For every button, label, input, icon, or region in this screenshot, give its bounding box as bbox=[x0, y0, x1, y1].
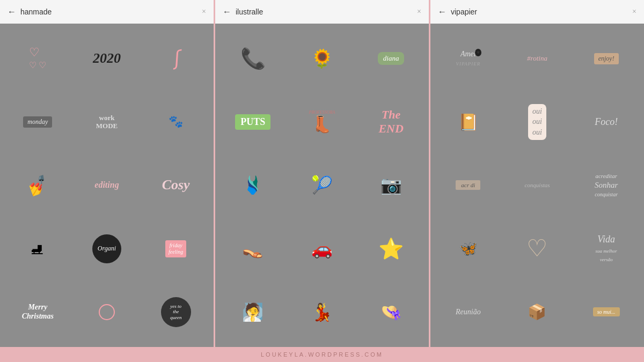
sticker-nails: 💅 bbox=[4, 154, 71, 216]
panel-content-2: 📞 🌻 diana PUTS PROFESSORA 👢 bbox=[215, 24, 429, 347]
sticker-monday: monday bbox=[4, 91, 71, 152]
sticker-woman-flowers: 💃 bbox=[289, 282, 356, 343]
sticker-swirl: ʃ bbox=[142, 28, 209, 89]
search-input-1[interactable] bbox=[20, 8, 197, 16]
sticker-phone: 📞 bbox=[219, 28, 287, 89]
close-btn-2[interactable]: × bbox=[417, 8, 421, 16]
sticker-cosy: Cosy bbox=[142, 154, 209, 216]
panel-content-1: ♡♡ ♡ 2020 ʃ monday workMODE 🐾 bbox=[0, 24, 214, 347]
sticker-puts: PUTS bbox=[219, 91, 287, 152]
panel-content-3: Amei VIPAPIER ♥ #rotina enjoy! 📔 ouiouio… bbox=[430, 24, 644, 347]
back-arrow-2[interactable]: ← bbox=[223, 7, 231, 17]
sticker-oui: ouiouioui bbox=[504, 91, 571, 152]
sticker-diana: diana bbox=[357, 28, 425, 89]
back-arrow-1[interactable]: ← bbox=[8, 7, 16, 17]
panel-ilustralle: ← × 📞 🌻 diana PUTS bbox=[215, 0, 430, 347]
sticker-butterfly1: 🦋 bbox=[435, 218, 502, 279]
sticker-flower-vase: 🌻 bbox=[289, 28, 356, 89]
close-btn-1[interactable]: × bbox=[202, 8, 206, 16]
search-input-3[interactable] bbox=[451, 8, 628, 16]
panel-header-2: ← × bbox=[215, 0, 429, 24]
sticker-face-mask: 🧖 bbox=[219, 282, 287, 343]
sticker-hearts: ♡♡ ♡ bbox=[4, 28, 71, 89]
sticker-hat: 👒 bbox=[357, 282, 425, 343]
panel-hanmade: ← × ♡♡ ♡ 2020 ʃ monday bbox=[0, 0, 215, 347]
sticker-circle bbox=[74, 282, 141, 343]
sticker-so-muito: so mui... bbox=[573, 282, 640, 343]
sticker-organi: Organi bbox=[74, 218, 141, 279]
sticker-acr-di: acr di bbox=[435, 154, 502, 216]
panels-row: ← × ♡♡ ♡ 2020 ʃ monday bbox=[0, 0, 644, 347]
sticker-acreditar: acreditarSonharconquistar bbox=[573, 154, 640, 216]
back-arrow-3[interactable]: ← bbox=[438, 7, 447, 17]
sticker-skates: ⛸ bbox=[4, 218, 71, 279]
app-container: ← × ♡♡ ♡ 2020 ʃ monday bbox=[0, 0, 644, 362]
sticker-foco: Foco! bbox=[573, 91, 640, 152]
sticker-rotina: #rotina bbox=[504, 28, 571, 89]
sticker-yes: yes tothequeen bbox=[142, 282, 209, 343]
sticker-the-end: TheEND bbox=[357, 91, 425, 152]
sticker-swimsuit: 🩱 bbox=[219, 154, 287, 216]
sticker-car: 🚗 bbox=[289, 218, 356, 279]
panel-header-3: ← × bbox=[430, 0, 644, 24]
sticker-paws: 🐾 bbox=[142, 91, 209, 152]
sticker-editing: editing bbox=[74, 154, 141, 216]
sticker-boots: PROFESSORA 👢 bbox=[289, 91, 356, 152]
sticker-reuniao: Reunião bbox=[435, 282, 502, 343]
sticker-sandals: 👡 bbox=[219, 218, 287, 279]
sticker-floral-diary: 📔 bbox=[435, 91, 502, 152]
sticker-conquistas: conquistas bbox=[504, 154, 571, 216]
footer: LOUKEYLA.WORDPRESS.COM bbox=[0, 347, 644, 362]
sticker-merry: MerryChristmas bbox=[4, 282, 71, 343]
panel-header-1: ← × bbox=[0, 0, 214, 24]
search-input-2[interactable] bbox=[236, 8, 413, 16]
close-btn-3[interactable]: × bbox=[632, 8, 636, 16]
sticker-2020: 2020 bbox=[74, 28, 141, 89]
panel-vipapier: ← × Amei VIPAPIER ♥ #rotina enjoy! bbox=[430, 0, 644, 347]
sticker-enjoy: enjoy! bbox=[573, 28, 640, 89]
sticker-vipapier-box: 📦 bbox=[504, 282, 571, 343]
sticker-friday: fridayfeeling bbox=[142, 218, 209, 279]
sticker-camera: 📷 bbox=[357, 154, 425, 216]
footer-text: LOUKEYLA.WORDPRESS.COM bbox=[261, 351, 383, 358]
sticker-tennis: 🎾 bbox=[289, 154, 356, 216]
sticker-work-mode: workMODE bbox=[74, 91, 141, 152]
sticker-vida: Vidasua melhorversão bbox=[573, 218, 640, 279]
sticker-star: ⭐ bbox=[357, 218, 425, 279]
sticker-amei-vipapier: Amei VIPAPIER ♥ bbox=[435, 28, 502, 89]
sticker-heart-beige: ♡ bbox=[504, 218, 571, 279]
